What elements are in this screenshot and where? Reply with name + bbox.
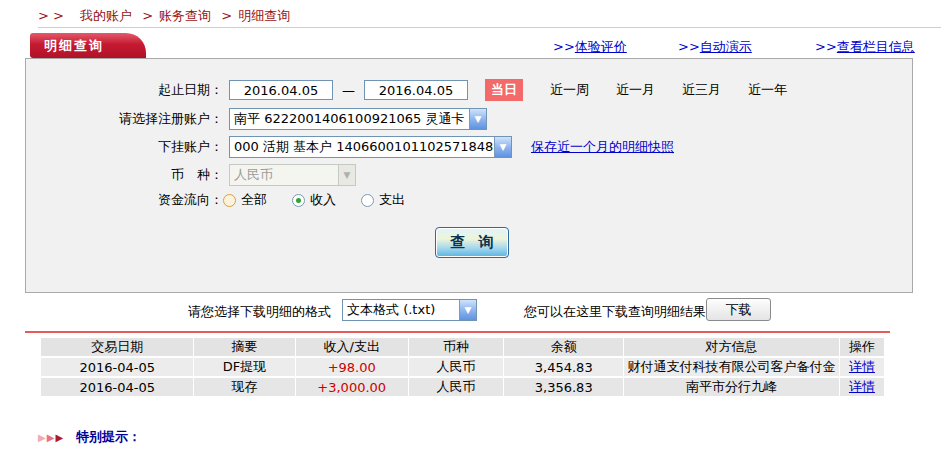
table-top-divider: [25, 331, 890, 333]
notice-arrow-icon: ▶: [55, 431, 63, 444]
flow-radio-income[interactable]: 收入: [292, 191, 336, 209]
cell-date: 2016-04-05: [41, 378, 193, 396]
quick-range-month[interactable]: 近一月: [616, 81, 655, 99]
registered-account-row: 请选择注册账户： 南平 6222001406100921065 灵通卡 ▼: [26, 107, 912, 131]
quick-range-year[interactable]: 近一年: [748, 81, 787, 99]
breadcrumb-item-detail-query[interactable]: 明细查询: [238, 8, 290, 23]
cell-amount: +98.00: [296, 358, 408, 376]
cell-counterparty: 财付通支付科技有限公司客户备付金: [624, 358, 839, 376]
cell-summary: DF提现: [194, 358, 294, 376]
dropdown-arrow-icon: ▼: [338, 165, 355, 185]
download-row: 请您选择下载明细的格式 文本格式 (.txt) ▼ 您可以在这里下载查询明细结果…: [0, 298, 941, 324]
breadcrumb-separator: >: [142, 8, 153, 23]
cell-balance: 3,356.83: [504, 378, 623, 396]
download-button[interactable]: 下载: [706, 298, 771, 321]
column-header-action: 操作: [840, 338, 884, 356]
header-divider: [38, 27, 941, 28]
breadcrumb-prefix: > >: [38, 8, 64, 23]
transaction-table: 交易日期 摘要 收入/支出 币种 余额 对方信息 操作 2016-04-05 D…: [40, 336, 885, 398]
table-row: 2016-04-05 现存 +3,000.00 人民币 3,356.83 南平市…: [41, 378, 884, 396]
quick-range-week[interactable]: 近一周: [550, 81, 589, 99]
dropdown-arrow-icon: ▼: [494, 137, 511, 157]
download-format-select[interactable]: 文本格式 (.txt) ▼: [342, 299, 477, 321]
column-header-date: 交易日期: [41, 338, 193, 356]
notice-arrow-icon: ▶: [47, 431, 55, 444]
column-header-currency: 币种: [409, 338, 503, 356]
flow-direction-label: 资金流向：: [26, 191, 223, 209]
download-hint: 您可以在这里下载查询明细结果: [524, 303, 706, 321]
date-range-dash: —: [342, 83, 355, 98]
query-form-panel: 起止日期： — 当日 近一周 近一月 近三月 近一年 请选择注册账户： 南平 6…: [25, 58, 913, 293]
sub-account-row: 下挂账户： 000 活期 基本户 1406600101102571848 ▼ 保…: [26, 135, 912, 159]
cell-action: 详情: [840, 358, 884, 376]
radio-selected-icon[interactable]: [292, 194, 305, 207]
column-info-link[interactable]: >>查看栏目信息: [815, 38, 915, 56]
registered-account-label: 请选择注册账户：: [26, 110, 223, 128]
column-header-balance: 余额: [504, 338, 623, 356]
table-header-row: 交易日期 摘要 收入/支出 币种 余额 对方信息 操作: [41, 338, 884, 356]
sub-account-label: 下挂账户：: [26, 138, 223, 156]
breadcrumb-separator: >: [221, 8, 232, 23]
notice-label: 特别提示：: [76, 428, 141, 446]
experience-review-link[interactable]: >>体验评价: [553, 38, 627, 56]
quick-range-today-button[interactable]: 当日: [485, 79, 523, 101]
notice-arrow-icon: ▶: [38, 431, 46, 444]
cell-currency: 人民币: [409, 378, 503, 396]
registered-account-select[interactable]: 南平 6222001406100921065 灵通卡 ▼: [229, 108, 487, 130]
date-range-row: 起止日期： — 当日 近一周 近一月 近三月 近一年: [26, 79, 912, 101]
column-header-amount: 收入/支出: [296, 338, 408, 356]
cell-date: 2016-04-05: [41, 358, 193, 376]
cell-summary: 现存: [194, 378, 294, 396]
currency-label: 币 种：: [26, 166, 223, 184]
cell-currency: 人民币: [409, 358, 503, 376]
flow-radio-expense[interactable]: 支出: [361, 191, 405, 209]
dropdown-arrow-icon: ▼: [459, 300, 476, 320]
end-date-input[interactable]: [364, 80, 468, 100]
breadcrumb-item-my-account[interactable]: 我的账户: [80, 8, 132, 23]
save-snapshot-link[interactable]: 保存近一个月的明细快照: [531, 138, 674, 156]
page-title-tab: 明细查询: [30, 33, 146, 58]
query-button[interactable]: 查 询: [435, 227, 509, 258]
date-range-label: 起止日期：: [26, 81, 223, 99]
breadcrumb: > > 我的账户 >账务查询 >明细查询: [38, 7, 290, 25]
download-format-label: 请您选择下载明细的格式: [188, 303, 331, 321]
cell-amount: +3,000.00: [296, 378, 408, 396]
quick-range-quarter[interactable]: 近三月: [682, 81, 721, 99]
currency-select: 人民币 ▼: [229, 164, 356, 186]
column-header-counterparty: 对方信息: [624, 338, 839, 356]
start-date-input[interactable]: [229, 80, 333, 100]
column-header-summary: 摘要: [194, 338, 294, 356]
sub-account-select[interactable]: 000 活期 基本户 1406600101102571848 ▼: [229, 136, 512, 158]
radio-icon[interactable]: [361, 194, 374, 207]
radio-icon[interactable]: [223, 194, 236, 207]
auto-demo-link[interactable]: >>自动演示: [678, 38, 752, 56]
currency-row: 币 种： 人民币 ▼: [26, 163, 912, 187]
dropdown-arrow-icon: ▼: [469, 109, 486, 129]
special-notice: ▶ ▶ ▶ 特别提示：: [38, 428, 141, 446]
breadcrumb-item-account-query[interactable]: 账务查询: [159, 8, 211, 23]
detail-link[interactable]: 详情: [849, 379, 875, 394]
detail-query-page: > > 我的账户 >账务查询 >明细查询 明细查询 >>体验评价 >>自动演示 …: [0, 0, 941, 455]
cell-counterparty: 南平市分行九峰: [624, 378, 839, 396]
detail-link[interactable]: 详情: [849, 359, 875, 374]
cell-action: 详情: [840, 378, 884, 396]
flow-radio-all[interactable]: 全部: [223, 191, 267, 209]
table-row: 2016-04-05 DF提现 +98.00 人民币 3,454.83 财付通支…: [41, 358, 884, 376]
flow-direction-row: 资金流向： 全部 收入 支出: [26, 190, 912, 210]
cell-balance: 3,454.83: [504, 358, 623, 376]
